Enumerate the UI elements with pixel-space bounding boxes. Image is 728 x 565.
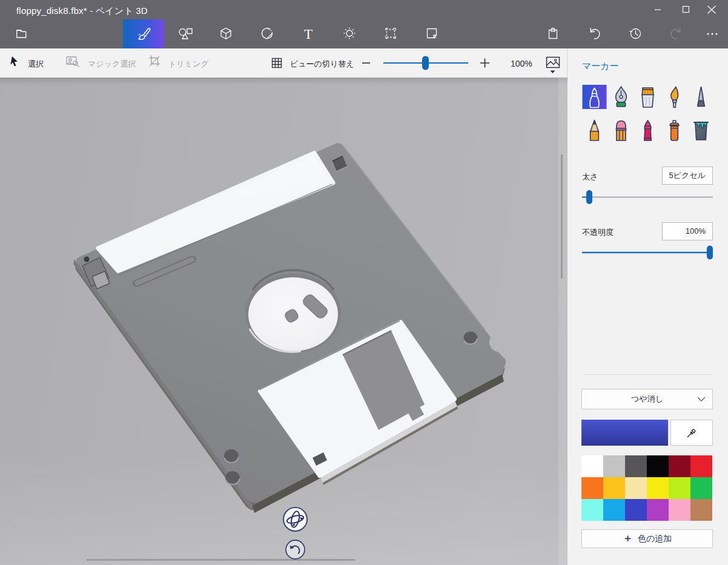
svg-text:T: T — [304, 27, 313, 42]
